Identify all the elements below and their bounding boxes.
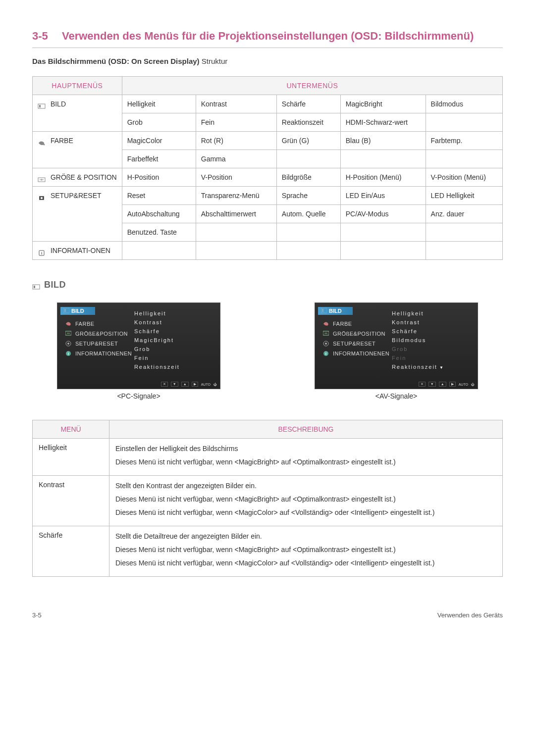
- desc-menu: Schärfe: [33, 526, 109, 577]
- col-beschreibung: BESCHREIBUNG: [109, 420, 503, 439]
- up-icon: ▲: [439, 382, 446, 387]
- subheading-bold: Das Bildschirmmenü (OSD: On Screen Displ…: [32, 57, 200, 65]
- submenu-cell: AutoAbschaltung: [122, 205, 196, 223]
- panel-item: MagicBright: [132, 336, 220, 345]
- desc-text: Stellt die Detailtreue der angezeigten B…: [109, 526, 503, 577]
- submenu-cell: V-Position (Menü): [426, 168, 502, 187]
- power-icon: ⏻: [471, 383, 475, 386]
- auto-label: AUTO: [459, 383, 468, 386]
- submenu-cell: [276, 223, 340, 242]
- submenu-cell: LED Helligkeit: [426, 187, 502, 205]
- mainmenu-farbe: FARBE: [33, 132, 122, 168]
- setup-icon: [38, 194, 46, 200]
- desc-text: Stellt den Kontrast der angezeigten Bild…: [109, 476, 503, 526]
- submenu-cell: [426, 113, 502, 132]
- panel-item: Grob: [132, 345, 220, 353]
- bild-icon: [32, 282, 43, 290]
- section-heading: 3-5 Verwenden des Menüs für die Projekti…: [32, 30, 503, 48]
- desc-text: Einstellen der Helligkeit des Bildschirm…: [109, 439, 503, 476]
- mainmenu-größe & position: GRÖßE & POSITION: [33, 168, 122, 187]
- down-icon: ▼: [171, 382, 178, 387]
- submenu-cell: [196, 242, 276, 260]
- submenu-cell: V-Position: [196, 168, 276, 187]
- submenu-cell: Autom. Quelle: [276, 205, 340, 223]
- menu-groesse: GRÖßE&POSITION: [60, 329, 132, 339]
- up-icon: ▲: [181, 382, 189, 387]
- bild-icon: [38, 102, 46, 108]
- info-icon: [38, 249, 46, 254]
- tab-bild: BILD: [318, 307, 353, 315]
- submenu-cell: H-Position: [122, 168, 196, 187]
- submenu-cell: Reset: [122, 187, 196, 205]
- submenu-cell: [340, 223, 426, 242]
- submenu-cell: Bildmodus: [426, 95, 502, 113]
- mainmenu-setup&reset: SETUP&RESET: [33, 187, 122, 242]
- bild-title: BILD: [32, 280, 503, 290]
- panel-item: Grob: [390, 345, 478, 353]
- caption-pc: <PC-Signale>: [117, 392, 160, 400]
- panel-item: Schärfe: [390, 327, 478, 336]
- footer-left: 3-5: [32, 611, 42, 619]
- menu-farbe: FARBE: [60, 319, 132, 329]
- menu-setup: SETUP&RESET: [318, 339, 390, 349]
- mainmenu-bild: BILD: [33, 95, 122, 132]
- submenu-cell: Fein: [196, 113, 276, 132]
- auto-label: AUTO: [201, 383, 211, 386]
- submenu-cell: PC/AV-Modus: [340, 205, 426, 223]
- panel-item: Fein: [132, 353, 220, 362]
- panel-item: Helligkeit: [390, 309, 478, 318]
- submenu-cell: Gamma: [196, 150, 276, 168]
- submenu-cell: HDMI-Schwarz-wert: [340, 113, 426, 132]
- submenu-cell: MagicColor: [122, 132, 196, 150]
- submenu-cell: Blau (B): [340, 132, 426, 150]
- submenu-cell: [340, 150, 426, 168]
- submenu-cell: Farbeffekt: [122, 150, 196, 168]
- subheading: Das Bildschirmmenü (OSD: On Screen Displ…: [32, 57, 503, 65]
- submenu-cell: LED Ein/Aus: [340, 187, 426, 205]
- submenu-cell: Grob: [122, 113, 196, 132]
- submenu-cell: [276, 242, 340, 260]
- submenu-cell: MagicBright: [340, 95, 426, 113]
- menu-groesse: GRÖßE&POSITION: [318, 329, 390, 339]
- panel-item: Schärfe: [132, 327, 220, 336]
- submenu-cell: [122, 242, 196, 260]
- submenu-cell: [340, 242, 426, 260]
- close-icon: ✕: [161, 382, 168, 387]
- submenu-cell: Farbtemp.: [426, 132, 502, 150]
- mainmenu-informati-onen: INFORMATI-ONEN: [33, 242, 122, 260]
- menu-farbe: FARBE: [318, 319, 390, 329]
- submenu-cell: Benutzed. Taste: [122, 223, 196, 242]
- submenu-cell: Grün (G): [276, 132, 340, 150]
- panel-item: Reaktionszeit: [390, 362, 478, 371]
- enter-icon: ▶: [192, 382, 198, 387]
- submenu-cell: Reaktionszeit: [276, 113, 340, 132]
- submenu-cell: Transparenz-Menü: [196, 187, 276, 205]
- submenu-cell: [426, 223, 502, 242]
- down-icon: ▼: [428, 382, 436, 387]
- panel-av: BILD FARBE GRÖßE&POSITION SETUP&RESET IN…: [315, 302, 478, 389]
- footer-right: Verwenden des Geräts: [437, 611, 503, 619]
- panel-item: Reaktionszeit: [132, 362, 220, 371]
- subheading-rest: Struktur: [200, 57, 228, 65]
- col-hauptmenus: HAUPTMENÜS: [33, 77, 122, 95]
- panel-item: Kontrast: [132, 318, 220, 327]
- submenu-cell: Rot (R): [196, 132, 276, 150]
- enter-icon: ▶: [449, 382, 456, 387]
- submenu-cell: Sprache: [276, 187, 340, 205]
- power-icon: ⏻: [214, 383, 217, 386]
- caption-av: <AV-Signale>: [375, 392, 418, 400]
- submenu-cell: Kontrast: [196, 95, 276, 113]
- osd-panels: BILD FARBE GRÖßE&POSITION SETUP&RESET IN…: [32, 302, 503, 400]
- page-footer: 3-5 Verwenden des Geräts: [32, 611, 503, 619]
- submenu-cell: Anz. dauer: [426, 205, 502, 223]
- desc-menu: Helligkeit: [33, 439, 109, 476]
- submenu-cell: Abschalttimerwert: [196, 205, 276, 223]
- panel-item: Kontrast: [390, 318, 478, 327]
- close-icon: ✕: [419, 382, 426, 387]
- bild-title-text: BILD: [44, 280, 66, 290]
- panel-item: Bildmodus: [390, 336, 478, 345]
- panel-bottom-bar: ✕ ▼ ▲ ▶ AUTO ⏻: [419, 382, 475, 387]
- farbe-icon: [38, 139, 46, 145]
- col-menu: MENÜ: [33, 420, 109, 439]
- submenu-cell: [196, 223, 276, 242]
